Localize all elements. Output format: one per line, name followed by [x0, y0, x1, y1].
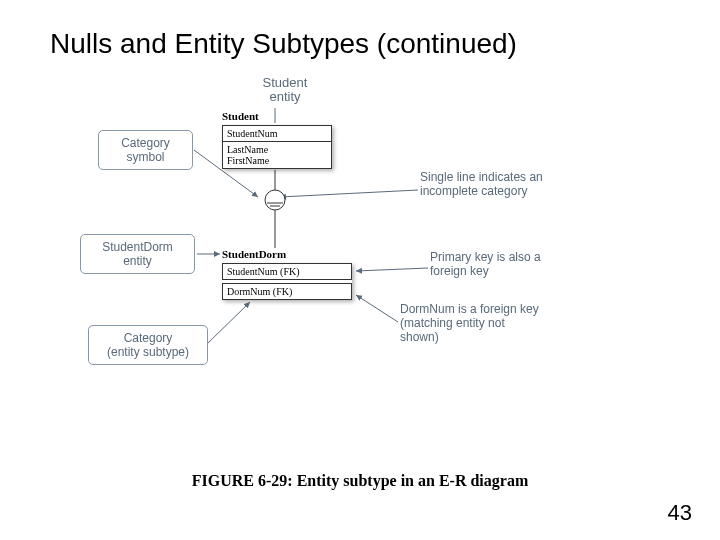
svg-point-8	[265, 190, 285, 210]
student-pk: StudentNum	[223, 126, 331, 142]
student-entity-name: Student	[222, 110, 259, 122]
svg-line-4	[280, 190, 418, 197]
svg-line-3	[208, 302, 250, 343]
student-attr-firstname: FirstName	[227, 155, 327, 166]
page-number: 43	[668, 500, 692, 526]
svg-line-5	[356, 268, 428, 271]
page-title: Nulls and Entity Subtypes (continued)	[50, 28, 517, 60]
student-entity-table: StudentNum LastName FirstName	[222, 125, 332, 169]
svg-line-6	[356, 295, 398, 322]
dormnum-note: DormNum is a foreign key (matching entit…	[400, 302, 545, 344]
student-dorm-pk: StudentNum (FK)	[222, 263, 352, 280]
student-dorm-entity-name: StudentDorm	[222, 248, 286, 260]
category-entity-callout: Category(entity subtype)	[88, 325, 208, 365]
diagram-stage: Studententity Student StudentNum LastNam…	[0, 70, 720, 470]
student-dorm-fk: DormNum (FK)	[222, 283, 352, 300]
student-attrs: LastName FirstName	[223, 142, 331, 168]
student-entity-header: Studententity	[245, 76, 325, 104]
single-line-note: Single line indicates an incomplete cate…	[420, 170, 545, 198]
figure-caption: FIGURE 6-29: Entity subtype in an E-R di…	[0, 472, 720, 490]
pk-fk-note: Primary key is also a foreign key	[430, 250, 555, 278]
student-dorm-entity-table: StudentNum (FK) DormNum (FK)	[222, 263, 352, 300]
category-symbol-callout: Categorysymbol	[98, 130, 193, 170]
student-attr-lastname: LastName	[227, 144, 327, 155]
student-dorm-entity-callout: StudentDormentity	[80, 234, 195, 274]
